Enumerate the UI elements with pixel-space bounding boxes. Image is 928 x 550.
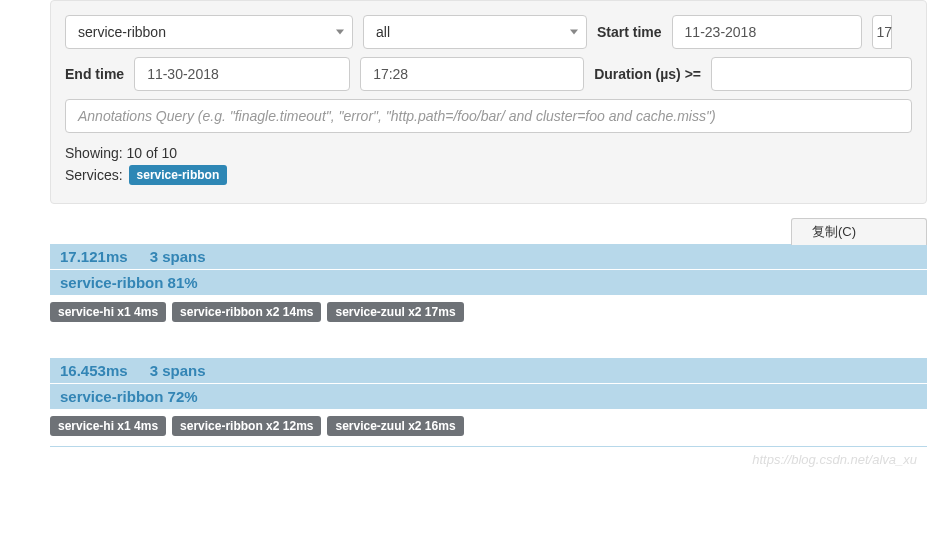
service-tag[interactable]: service-ribbon x2 14ms	[172, 302, 321, 322]
start-time-value: 11-23-2018	[685, 24, 757, 40]
span-select-value: all	[376, 24, 390, 40]
filter-panel: service-ribbon all Start time 11-23-2018…	[50, 0, 927, 204]
trace-duration: 17.121ms	[60, 248, 128, 265]
trace-item[interactable]: 16.453ms 3 spans service-ribbon 72% serv…	[50, 358, 927, 447]
results-panel: 复制(C) 17.121ms 3 spans service-ribbon 81…	[50, 244, 927, 447]
chevron-down-icon	[570, 30, 578, 35]
trace-service-line: service-ribbon 72%	[50, 384, 927, 410]
service-tag[interactable]: service-hi x1 4ms	[50, 416, 166, 436]
copy-tab[interactable]: 复制(C)	[791, 218, 927, 245]
filter-row-2: End time 11-30-2018 17:28 Duration (µs) …	[65, 57, 912, 91]
start-time-extra[interactable]: 17	[872, 15, 892, 49]
duration-label: Duration (µs) >=	[594, 66, 701, 82]
span-select[interactable]: all	[363, 15, 587, 49]
trace-spans: 3 spans	[150, 362, 206, 379]
services-line: Services: service-ribbon	[65, 165, 912, 185]
end-time-date-input[interactable]: 11-30-2018	[134, 57, 350, 91]
service-tag[interactable]: service-ribbon x2 12ms	[172, 416, 321, 436]
annotations-placeholder: Annotations Query (e.g. "finagle.timeout…	[78, 108, 716, 124]
trace-header: 16.453ms 3 spans	[50, 358, 927, 384]
trace-item[interactable]: 17.121ms 3 spans service-ribbon 81% serv…	[50, 244, 927, 328]
start-time-label: Start time	[597, 24, 662, 40]
trace-service-line: service-ribbon 81%	[50, 270, 927, 296]
service-select-value: service-ribbon	[78, 24, 166, 40]
duration-input[interactable]	[711, 57, 912, 91]
end-time-date-value: 11-30-2018	[147, 66, 219, 82]
annotations-query-input[interactable]: Annotations Query (e.g. "finagle.timeout…	[65, 99, 912, 133]
services-label: Services:	[65, 167, 123, 183]
end-time-label: End time	[65, 66, 124, 82]
trace-tags: service-hi x1 4ms service-ribbon x2 12ms…	[50, 410, 927, 442]
service-badge[interactable]: service-ribbon	[129, 165, 228, 185]
trace-duration: 16.453ms	[60, 362, 128, 379]
watermark: https://blog.csdn.net/alva_xu	[752, 452, 917, 467]
separator	[50, 446, 927, 447]
end-time-time-input[interactable]: 17:28	[360, 57, 584, 91]
showing-text: Showing: 10 of 10	[65, 145, 912, 161]
trace-spans: 3 spans	[150, 248, 206, 265]
end-time-time-value: 17:28	[373, 66, 408, 82]
filter-row-1: service-ribbon all Start time 11-23-2018…	[65, 15, 912, 49]
chevron-down-icon	[336, 30, 344, 35]
service-tag[interactable]: service-zuul x2 16ms	[327, 416, 463, 436]
service-tag[interactable]: service-hi x1 4ms	[50, 302, 166, 322]
trace-header: 17.121ms 3 spans	[50, 244, 927, 270]
trace-tags: service-hi x1 4ms service-ribbon x2 14ms…	[50, 296, 927, 328]
service-tag[interactable]: service-zuul x2 17ms	[327, 302, 463, 322]
start-time-extra-value: 17	[877, 24, 893, 40]
start-time-input[interactable]: 11-23-2018	[672, 15, 862, 49]
service-select[interactable]: service-ribbon	[65, 15, 353, 49]
